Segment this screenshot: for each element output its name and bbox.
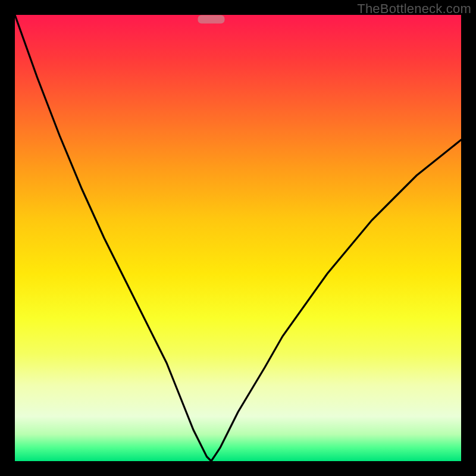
curve-overlay <box>15 15 461 461</box>
watermark-text: TheBottleneck.com <box>357 1 471 17</box>
right-branch-curve <box>211 140 461 461</box>
outer-frame: TheBottleneck.com <box>0 0 476 476</box>
left-branch-curve <box>15 15 211 461</box>
plot-area <box>15 15 461 461</box>
optimum-marker <box>198 15 225 24</box>
